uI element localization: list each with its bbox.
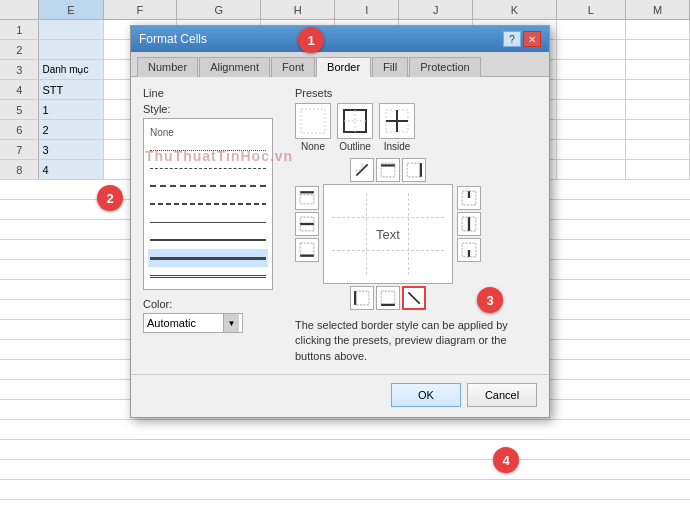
preview-hline-top	[332, 217, 444, 218]
line-style-solid-thick[interactable]	[148, 249, 268, 267]
cancel-button[interactable]: Cancel	[467, 383, 537, 407]
border-top-left-button[interactable]	[350, 158, 374, 182]
color-select[interactable]: Automatic ▼	[143, 313, 243, 333]
annotation-circle-3: 3	[477, 287, 503, 313]
cell-l4[interactable]	[557, 80, 626, 99]
dialog-titlebar: Format Cells ? ✕	[131, 26, 549, 52]
line-style-dash1[interactable]	[148, 177, 268, 195]
border-middle-button[interactable]	[295, 212, 319, 236]
cell-m5[interactable]	[626, 100, 690, 119]
col-k-header: K	[473, 0, 557, 19]
cell-e5[interactable]: 1	[39, 100, 103, 119]
border-bottom-button[interactable]	[295, 238, 319, 262]
border-bottom-center-button[interactable]	[376, 286, 400, 310]
border-right-middle-button[interactable]	[457, 212, 481, 236]
border-top-button[interactable]	[295, 186, 319, 210]
ok-button[interactable]: OK	[391, 383, 461, 407]
close-button[interactable]: ✕	[523, 31, 541, 47]
cell-e1[interactable]	[39, 20, 103, 39]
cell-l3[interactable]	[557, 60, 626, 79]
color-label: Color:	[143, 298, 283, 310]
cell-l5[interactable]	[557, 100, 626, 119]
row-num-header	[0, 0, 39, 19]
row-num: 7	[0, 140, 39, 159]
help-button[interactable]: ?	[503, 31, 521, 47]
col-j-header: J	[399, 0, 473, 19]
tab-fill[interactable]: Fill	[372, 57, 408, 77]
svg-rect-18	[407, 163, 421, 177]
line-style-dot1[interactable]	[148, 141, 268, 159]
tab-font[interactable]: Font	[271, 57, 315, 77]
dialog-footer: OK Cancel	[131, 374, 549, 417]
preset-outline-label: Outline	[339, 141, 371, 152]
annotation-circle-1: 1	[298, 27, 324, 53]
cell-m2[interactable]	[626, 40, 690, 59]
border-left-buttons	[295, 158, 319, 310]
border-top-buttons-row	[350, 158, 426, 182]
annotation-circle-2: 2	[97, 185, 123, 211]
style-label: Style:	[143, 103, 283, 115]
cell-e7[interactable]: 3	[39, 140, 103, 159]
border-bottom-right-button[interactable]	[402, 286, 426, 310]
preset-inside-label: Inside	[384, 141, 411, 152]
cell-m4[interactable]	[626, 80, 690, 99]
col-l-header: L	[557, 0, 626, 19]
preview-text: Text	[376, 227, 400, 242]
line-section-label: Line	[143, 87, 283, 99]
col-g-header: G	[177, 0, 261, 19]
border-right-bottom-button[interactable]	[457, 238, 481, 262]
line-style-double[interactable]	[148, 267, 268, 285]
cell-l8[interactable]	[557, 160, 626, 179]
preset-none-group: None	[295, 103, 331, 152]
border-right-top-button[interactable]	[457, 186, 481, 210]
border-top-right-button[interactable]	[402, 158, 426, 182]
cell-m1[interactable]	[626, 20, 690, 39]
tab-number[interactable]: Number	[137, 57, 198, 77]
svg-rect-1	[344, 110, 366, 132]
svg-rect-11	[300, 243, 314, 254]
cell-m8[interactable]	[626, 160, 690, 179]
line-style-dot2[interactable]	[148, 159, 268, 177]
help-text: The selected border style can be applied…	[295, 318, 537, 364]
cell-m7[interactable]	[626, 140, 690, 159]
line-style-dash2[interactable]	[148, 195, 268, 213]
cell-l2[interactable]	[557, 40, 626, 59]
row-num: 3	[0, 60, 39, 79]
tab-protection[interactable]: Protection	[409, 57, 481, 77]
tab-border[interactable]: Border	[316, 57, 371, 77]
preset-outline-group: Outline	[337, 103, 373, 152]
svg-rect-8	[300, 195, 314, 204]
border-right-buttons	[457, 158, 481, 310]
line-styles-list[interactable]: None	[143, 118, 273, 290]
preset-outline-button[interactable]	[337, 103, 373, 139]
line-style-none[interactable]: None	[148, 123, 268, 141]
cell-l6[interactable]	[557, 120, 626, 139]
line-style-solid-thin[interactable]	[148, 213, 268, 231]
col-f-header: F	[104, 0, 178, 19]
col-m-header: M	[626, 0, 690, 19]
col-e-header: E	[39, 0, 103, 19]
cell-l1[interactable]	[557, 20, 626, 39]
cell-e8[interactable]: 4	[39, 160, 103, 179]
svg-rect-22	[381, 291, 395, 305]
line-style-solid-medium[interactable]	[148, 231, 268, 249]
cell-e2[interactable]	[39, 40, 103, 59]
cell-e4[interactable]: STT	[39, 80, 103, 99]
svg-line-24	[408, 292, 419, 303]
line-panel: Line Style: None	[143, 87, 283, 364]
cell-m3[interactable]	[626, 60, 690, 79]
annotation-circle-4: 4	[493, 447, 519, 473]
preset-inside-group: Inside	[379, 103, 415, 152]
preset-none-button[interactable]	[295, 103, 331, 139]
cell-e6[interactable]: 2	[39, 120, 103, 139]
border-bottom-buttons-row	[350, 286, 426, 310]
border-top-center-button[interactable]	[376, 158, 400, 182]
border-bottom-left-button[interactable]	[350, 286, 374, 310]
color-dropdown-arrow[interactable]: ▼	[223, 314, 239, 332]
cell-m6[interactable]	[626, 120, 690, 139]
border-preview[interactable]: Text	[323, 184, 453, 284]
tab-alignment[interactable]: Alignment	[199, 57, 270, 77]
preset-inside-button[interactable]	[379, 103, 415, 139]
cell-l7[interactable]	[557, 140, 626, 159]
cell-e3[interactable]: Danh mục	[39, 60, 103, 79]
